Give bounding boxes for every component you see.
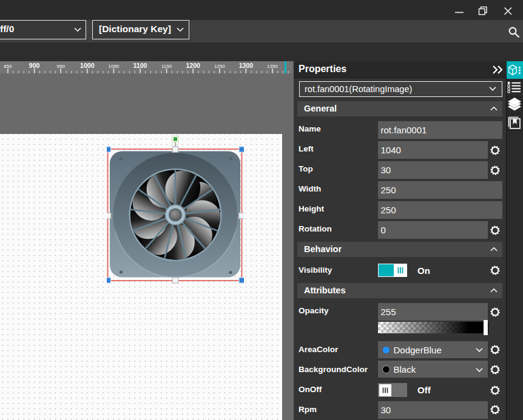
svg-text:1200: 1200 xyxy=(186,62,201,69)
svg-text:1150: 1150 xyxy=(161,64,172,69)
svg-text:1000: 1000 xyxy=(80,62,95,69)
svg-text:1250: 1250 xyxy=(214,64,225,69)
svg-text:950: 950 xyxy=(57,64,66,69)
svg-text:850: 850 xyxy=(4,64,12,69)
svg-text:1050: 1050 xyxy=(109,64,120,69)
svg-text:1300: 1300 xyxy=(239,62,254,69)
svg-text:1100: 1100 xyxy=(133,62,147,69)
svg-text:900: 900 xyxy=(29,62,40,69)
svg-text:1350: 1350 xyxy=(267,64,278,69)
